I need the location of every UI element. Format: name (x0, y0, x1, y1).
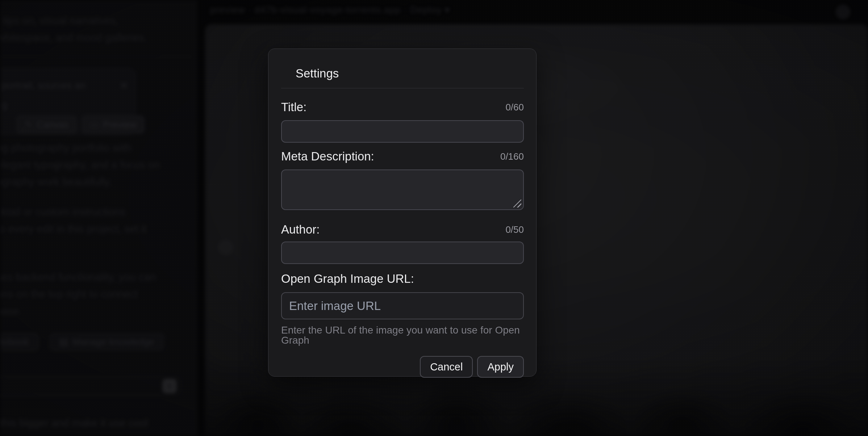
apply-button[interactable]: Apply (477, 356, 524, 378)
og-image-url-field-label: Open Graph Image URL: (281, 272, 414, 286)
title-input[interactable] (281, 120, 524, 143)
author-input[interactable] (281, 242, 524, 264)
meta-description-textarea[interactable] (281, 169, 524, 210)
cancel-button[interactable]: Cancel (420, 356, 473, 378)
title-field-label: Title: (281, 100, 306, 114)
og-image-url-input[interactable] (281, 292, 524, 319)
modal-title-divider (281, 88, 524, 88)
author-char-counter: 0/50 (505, 222, 524, 237)
modal-title: Settings (296, 66, 524, 81)
settings-modal: Settings Title: 0/60 Meta Description: 0… (268, 49, 537, 377)
title-char-counter: 0/60 (505, 100, 524, 114)
author-field-label: Author: (281, 222, 320, 237)
meta-description-field-label: Meta Description: (281, 149, 374, 164)
meta-description-char-counter: 0/160 (500, 149, 524, 164)
resize-handle-icon[interactable] (513, 200, 521, 207)
og-image-url-helper-text: Enter the URL of the image you want to u… (281, 325, 524, 345)
